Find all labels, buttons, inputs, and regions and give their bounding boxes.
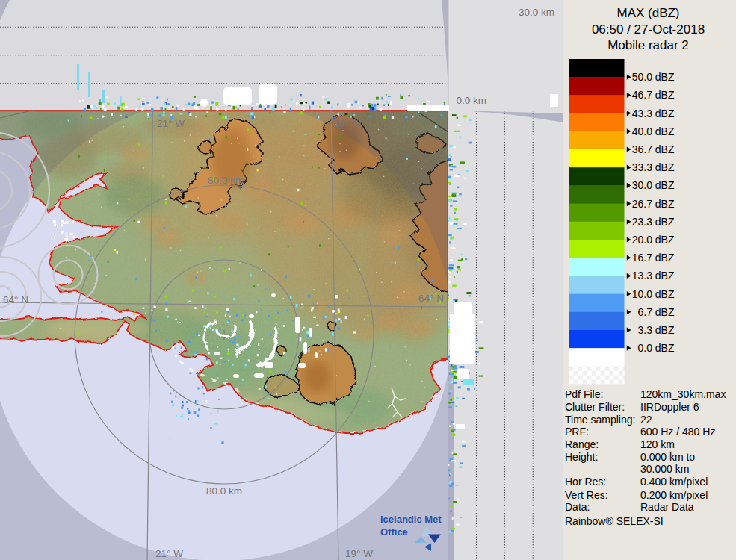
svg-text:Office: Office (380, 526, 408, 538)
svg-text:36.7 dBZ: 36.7 dBZ (632, 143, 675, 155)
svg-text:120km_30km.max: 120km_30km.max (640, 388, 726, 400)
svg-text:13.3 dBZ: 13.3 dBZ (632, 270, 675, 281)
svg-text:IIRDoppler 6: IIRDoppler 6 (640, 401, 699, 413)
svg-text:21° W: 21° W (157, 118, 185, 129)
svg-text:0.000 km to: 0.000 km to (640, 451, 695, 463)
svg-text:21° W: 21° W (155, 548, 183, 559)
svg-text:30.0 dBZ: 30.0 dBZ (632, 179, 675, 191)
svg-text:50.0 dBZ: 50.0 dBZ (632, 71, 675, 83)
svg-text:Range:: Range: (565, 438, 599, 450)
svg-text:64° N: 64° N (3, 294, 28, 305)
svg-text:10.0 dBZ: 10.0 dBZ (632, 288, 675, 300)
svg-text:120 km: 120 km (640, 438, 675, 450)
svg-text:30.0 km: 30.0 km (519, 7, 554, 18)
svg-text:Clutter Filter:: Clutter Filter: (565, 401, 625, 413)
svg-text:0.0 dBZ: 0.0 dBZ (637, 342, 674, 354)
svg-text:Hor Res:: Hor Res: (565, 476, 606, 488)
svg-text:80.0 km: 80.0 km (206, 485, 242, 497)
svg-text:46.7 dBZ: 46.7 dBZ (632, 89, 675, 101)
svg-text:06:50 / 27-Oct-2018: 06:50 / 27-Oct-2018 (592, 22, 705, 37)
svg-text:3.3 dBZ: 3.3 dBZ (637, 324, 674, 336)
svg-text:23.3 dBZ: 23.3 dBZ (632, 216, 675, 228)
svg-text:PRF:: PRF: (565, 426, 589, 438)
svg-text:33.3 dBZ: 33.3 dBZ (632, 161, 675, 173)
svg-text:40.0 dBZ: 40.0 dBZ (632, 125, 675, 137)
svg-text:43.3 dBZ: 43.3 dBZ (632, 108, 675, 119)
svg-text:26.7 dBZ: 26.7 dBZ (632, 198, 675, 210)
svg-text:Icelandic Met: Icelandic Met (380, 514, 442, 525)
svg-text:30.000 km: 30.000 km (640, 463, 689, 475)
svg-text:600 Hz / 480 Hz: 600 Hz / 480 Hz (640, 426, 715, 438)
svg-text:0.200 km/pixel: 0.200 km/pixel (640, 489, 708, 501)
svg-text:0.0 km: 0.0 km (456, 95, 486, 106)
svg-text:20.0 dBZ: 20.0 dBZ (632, 234, 675, 246)
svg-text:0.400 km/pixel: 0.400 km/pixel (640, 476, 708, 488)
svg-text:Mobile radar 2: Mobile radar 2 (607, 38, 689, 52)
svg-text:Time sampling:: Time sampling: (565, 414, 635, 426)
svg-text:19° W: 19° W (345, 548, 373, 559)
svg-text:Pdf File:: Pdf File: (565, 388, 603, 400)
svg-text:Vert Res:: Vert Res: (565, 489, 608, 501)
svg-text:64° N: 64° N (418, 293, 444, 304)
svg-text:MAX (dBZ): MAX (dBZ) (616, 6, 679, 20)
svg-text:22: 22 (640, 414, 652, 426)
svg-text:16.7 dBZ: 16.7 dBZ (632, 252, 675, 264)
svg-text:Radar Data: Radar Data (640, 501, 694, 513)
svg-text:Height:: Height: (565, 451, 598, 463)
svg-text:19° W: 19° W (334, 118, 362, 129)
svg-text:Data:: Data: (565, 501, 590, 513)
svg-text:80.0 km: 80.0 km (208, 175, 244, 186)
svg-text:Rainbow® SELEX-SI: Rainbow® SELEX-SI (565, 515, 664, 527)
svg-text:6.7 dBZ: 6.7 dBZ (637, 306, 674, 318)
